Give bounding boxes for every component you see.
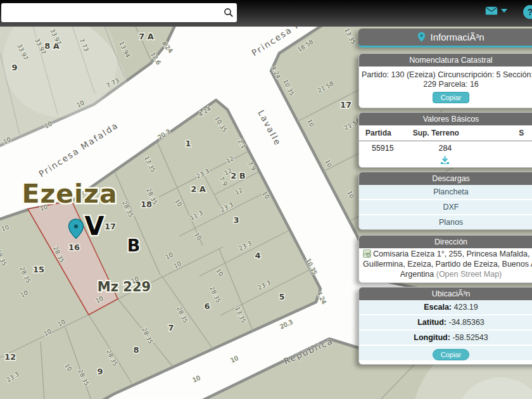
map-label: 17 — [104, 222, 116, 231]
map-label: 2 A — [191, 184, 206, 194]
valores-title: Valores Básicos — [359, 113, 532, 125]
download-dxf-link[interactable]: DXF — [359, 200, 532, 215]
download-planos-link[interactable]: Planos — [359, 215, 532, 229]
valores-header-partida: Partida — [359, 125, 407, 141]
help-icon[interactable]: ? — [523, 5, 532, 19]
download-plancheta-link[interactable]: Plancheta — [359, 185, 532, 200]
download-icon[interactable] — [440, 156, 450, 165]
map-label: 7 — [168, 323, 174, 332]
nomenclatura-card: Nomenclatura Catastral Partido: 130 (Eze… — [358, 53, 532, 108]
chevron-down-icon — [501, 9, 507, 13]
info-panel: InformaciÃ³n Nomenclatura Catastral Part… — [358, 28, 532, 365]
nomenclatura-text-line1: Partido: 130 (Ezeiza) Circunscripción: 5… — [359, 66, 532, 79]
map-label: 8 — [133, 345, 139, 355]
search-icon[interactable] — [220, 4, 237, 21]
ubicacion-card: UbicaciÃ³n Escala: 423.19 Latitud: -34.8… — [358, 287, 532, 365]
map-label: 12 — [4, 352, 16, 362]
map-label: 7 A — [139, 32, 154, 41]
map-label: B — [127, 236, 141, 255]
map-label: 6 — [204, 301, 210, 311]
escala-row: Escala: 423.19 — [359, 300, 532, 315]
valores-header-clipped: S — [484, 125, 532, 141]
map-thumbnail-icon — [363, 250, 371, 258]
table-row: 55915 284 — [359, 141, 532, 154]
map-label: 4 — [255, 251, 260, 260]
map-label: V — [85, 212, 104, 241]
map-pin-icon — [417, 32, 426, 42]
descargas-card: Descargas Plancheta DXF Planos — [358, 172, 532, 230]
direccion-line1: Comisaria Ezeiza 1°, 255, Princesa Mafal… — [359, 248, 532, 258]
direccion-title: Dirección — [359, 236, 532, 248]
open-street-map-link[interactable]: (Open Street Map) — [436, 270, 502, 279]
valores-table: Partida Sup. Terreno S 55915 284 — [359, 125, 532, 167]
latitud-row: Latitud: -34.85363 — [359, 315, 532, 331]
direccion-line3: Argentina (Open Street Map) — [359, 269, 532, 279]
direccion-line2: Guillermina, Ezeiza, Partido de Ezeiza, … — [359, 258, 532, 269]
copy-coordinates-button[interactable]: Copiar — [433, 349, 469, 360]
map-label: 5 — [279, 292, 284, 301]
map-label: 1 — [185, 139, 191, 148]
nomenclatura-text-line2: 229 Parcela: 16 — [359, 79, 532, 91]
valores-partida-value: 55915 — [359, 141, 407, 154]
direccion-card: Dirección Comisaria Ezeiza 1°, 255, Prin… — [358, 235, 532, 283]
valores-sup-terreno-value: 284 — [407, 141, 484, 154]
nomenclatura-title: Nomenclatura Catastral — [359, 54, 532, 66]
longitud-row: Longitud: -58.52543 — [359, 331, 532, 346]
map-label: 9 — [11, 63, 17, 72]
info-panel-header: InformaciÃ³n — [358, 28, 532, 48]
map-label: 16 — [68, 243, 80, 252]
mail-menu[interactable] — [485, 6, 507, 15]
copy-button[interactable]: Copiar — [433, 92, 469, 103]
map-label: 3 — [233, 215, 239, 225]
valores-header-sup-terreno: Sup. Terreno — [407, 125, 484, 141]
map-label: 9 — [97, 367, 103, 376]
map-label: 2 B — [231, 171, 245, 180]
map-label: 15 — [33, 265, 44, 274]
app-window: { "colors":{"accent":"#3cb7c8","panel_he… — [0, 0, 532, 399]
ubicacion-title: UbicaciÃ³n — [359, 288, 532, 300]
search-box — [1, 3, 237, 22]
envelope-icon — [485, 6, 498, 15]
descargas-title: Descargas — [359, 172, 532, 185]
map-label: Mz 229 — [98, 279, 151, 294]
map-label: Ezeiza — [22, 179, 117, 209]
top-bar: ? — [0, 0, 532, 27]
search-input[interactable] — [1, 3, 220, 22]
map-label: 17 — [340, 100, 352, 110]
valores-card: Valores Básicos Partida Sup. Terreno S 5… — [358, 112, 532, 168]
info-panel-title: InformaciÃ³n — [430, 32, 484, 42]
